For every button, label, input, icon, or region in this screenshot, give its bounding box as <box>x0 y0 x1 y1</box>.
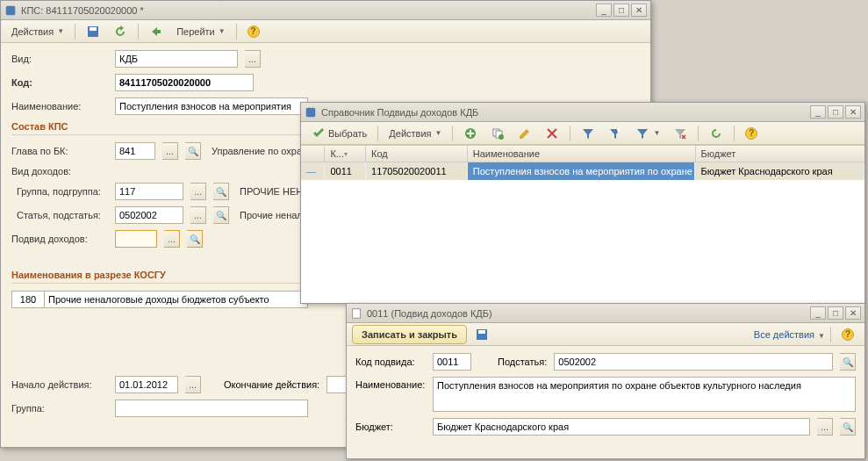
kosgu-code-cell[interactable]: 180 <box>11 291 45 308</box>
budget-select-button[interactable]: ... <box>817 418 833 436</box>
minimize-button[interactable]: _ <box>810 306 826 320</box>
select-button[interactable]: Выбрать <box>306 124 372 143</box>
svg-point-7 <box>499 134 504 140</box>
podvid-select-button[interactable]: ... <box>164 230 180 248</box>
table-row[interactable]: ― 0011 11705020020011 Поступления взносо… <box>301 162 864 180</box>
podvid-title: 0011 (Подвид доходов КДБ) <box>367 308 810 319</box>
copy-icon[interactable] <box>485 124 510 143</box>
actions-menu[interactable]: Действия▼ <box>384 126 447 141</box>
podvid-input[interactable] <box>115 230 157 248</box>
col-k[interactable]: К... ▾ <box>325 146 366 162</box>
kps-title: КПС: 84111705020020000 * <box>21 5 596 16</box>
refresh-icon[interactable] <box>704 124 728 143</box>
okonch-label: Окончание действия: <box>224 379 319 390</box>
podvid-naim-label: Наименование: <box>355 377 426 390</box>
maximize-button[interactable]: □ <box>828 105 843 119</box>
delete-icon[interactable] <box>540 124 564 143</box>
gruppa2-label: Группа: <box>11 403 108 414</box>
filter2-icon[interactable] <box>603 124 628 143</box>
podvid-titlebar[interactable]: 0011 (Подвид доходов КДБ) _ □ ✕ <box>347 304 864 323</box>
svg-rect-9 <box>353 308 361 318</box>
nachalo-label: Начало действия: <box>11 379 108 390</box>
kodpodvid-input[interactable]: 0011 <box>433 353 471 371</box>
edit-icon[interactable] <box>513 124 537 143</box>
naim-input[interactable]: Поступления взносов на мероприятия <box>115 97 308 115</box>
statya-input[interactable]: 0502002 <box>115 206 183 224</box>
nachalo-select-button[interactable]: ... <box>185 376 201 393</box>
viddoh-label: Вид доходов: <box>11 166 108 176</box>
minimize-button[interactable]: _ <box>810 105 826 119</box>
filter3-icon[interactable]: ▼ <box>630 124 665 143</box>
actions-menu[interactable]: Действия▼ <box>6 24 69 40</box>
svg-rect-3 <box>306 107 316 117</box>
spravochnik-window: Справочник Подвиды доходов КДБ _ □ ✕ Выб… <box>300 102 865 304</box>
vid-select-button[interactable]: ... <box>245 50 261 68</box>
help-icon[interactable]: ? <box>242 23 265 40</box>
gruppa-select-button[interactable]: ... <box>190 183 206 200</box>
goto-menu[interactable]: Перейти▼ <box>171 24 231 40</box>
glava-search-button[interactable]: 🔍 <box>185 142 201 160</box>
minimize-button[interactable]: _ <box>596 4 612 17</box>
grid-body[interactable]: ― 0011 11705020020011 Поступления взносо… <box>301 162 864 303</box>
podvid-search-button[interactable]: 🔍 <box>187 230 203 248</box>
col-icon[interactable] <box>301 146 325 162</box>
glava-select-button[interactable]: ... <box>162 142 178 160</box>
budget-label: Бюджет: <box>355 421 426 432</box>
statya-select-button[interactable]: ... <box>190 206 206 224</box>
window-icon <box>305 106 317 119</box>
refresh-icon[interactable] <box>108 22 133 41</box>
help-icon[interactable]: ? <box>740 125 763 142</box>
close-button[interactable]: ✕ <box>845 105 861 119</box>
row-icon: ― <box>301 162 325 180</box>
nachalo-input[interactable]: 01.01.2012 <box>115 376 178 393</box>
podvid-form: Код подвида: 0011 Подстатья: 0502002 🔍 Н… <box>347 346 864 449</box>
podstatya-input[interactable]: 0502002 <box>554 353 833 371</box>
col-naim[interactable]: Наименование <box>468 146 696 162</box>
close-button[interactable]: ✕ <box>631 4 647 17</box>
glava-desc: Управление по охране <box>212 146 312 156</box>
col-kod[interactable]: Код <box>366 146 468 162</box>
all-actions-menu[interactable]: Все действия ▼ <box>754 329 825 340</box>
col-budget[interactable]: Бюджет <box>696 146 865 162</box>
window-icon <box>4 4 17 17</box>
vid-input[interactable]: КДБ <box>115 50 238 68</box>
kps-titlebar[interactable]: КПС: 84111705020020000 * _ □ ✕ <box>1 1 650 20</box>
gruppa2-input[interactable] <box>115 400 308 417</box>
row-budget: Бюджет Краснодарского края <box>695 162 864 180</box>
save-close-button[interactable]: Записать и закрыть <box>352 325 467 344</box>
row-naim: Поступления взносов на мероприятия по ох… <box>468 162 696 180</box>
podvid-toolbar: Записать и закрыть Все действия ▼ ? <box>347 323 864 346</box>
svg-rect-0 <box>6 5 16 15</box>
glava-input[interactable]: 841 <box>115 142 155 160</box>
gruppa-search-button[interactable]: 🔍 <box>213 183 229 200</box>
filter1-icon[interactable] <box>576 124 600 143</box>
podvid-naim-input[interactable] <box>433 377 856 412</box>
vid-label: Вид: <box>11 54 108 64</box>
goto-icon[interactable] <box>144 22 169 41</box>
kodpodvid-label: Код подвида: <box>355 357 426 367</box>
kod-label: Код: <box>11 77 108 88</box>
close-button[interactable]: ✕ <box>845 306 861 320</box>
save-icon[interactable] <box>470 325 494 344</box>
add-icon[interactable] <box>458 124 483 143</box>
spravochnik-toolbar: Выбрать Действия▼ ▼ ? <box>301 122 864 145</box>
maximize-button[interactable]: □ <box>828 306 843 320</box>
statya-search-button[interactable]: 🔍 <box>213 206 229 224</box>
spravochnik-titlebar[interactable]: Справочник Подвиды доходов КДБ _ □ ✕ <box>301 103 864 122</box>
budget-search-button[interactable]: 🔍 <box>840 418 856 436</box>
gruppa-input[interactable]: 117 <box>115 183 183 200</box>
podstatya-search-button[interactable]: 🔍 <box>840 353 856 371</box>
maximize-button[interactable]: □ <box>613 4 629 17</box>
filter-clear-icon[interactable] <box>668 124 692 143</box>
spravochnik-title: Справочник Подвиды доходов КДБ <box>321 107 810 118</box>
row-k: 0011 <box>325 162 366 180</box>
podvid-label: Подвид доходов: <box>11 234 108 244</box>
svg-rect-2 <box>90 27 97 31</box>
podstatya-label: Подстатья: <box>498 357 547 367</box>
budget-input[interactable]: Бюджет Краснодарского края <box>433 418 810 436</box>
window-icon <box>350 307 362 320</box>
kosgu-text-cell[interactable]: Прочие неналоговые доходы бюджетов субъе… <box>45 291 308 308</box>
help-icon[interactable]: ? <box>836 326 859 343</box>
save-icon[interactable] <box>81 22 105 41</box>
kod-input[interactable]: 84111705020020000 <box>115 74 254 91</box>
